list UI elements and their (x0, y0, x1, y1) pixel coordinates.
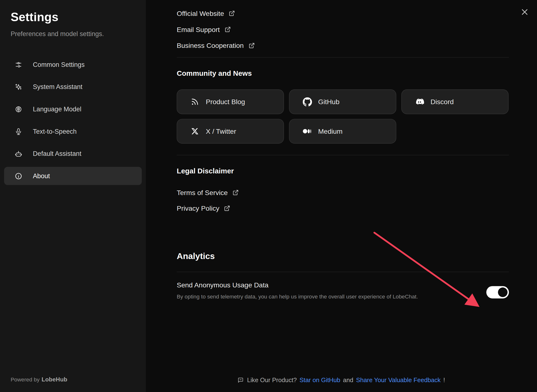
community-buttons: Product Blog GitHub Discord (177, 89, 509, 144)
privacy-policy-link[interactable]: Privacy Policy (177, 204, 230, 213)
button-label: Product Blog (206, 98, 245, 106)
page-title: Settings (11, 10, 135, 24)
terms-of-service-link[interactable]: Terms of Service (177, 188, 239, 197)
sidebar-item-label: About (33, 172, 50, 180)
legal-links: Terms of Service Privacy Policy (177, 188, 509, 213)
link-label: Privacy Policy (177, 204, 219, 212)
business-cooperation-link[interactable]: Business Cooperation (177, 41, 255, 50)
medium-icon (302, 126, 312, 136)
divider (177, 272, 509, 272)
external-link-icon (225, 26, 231, 33)
sidebar-item-about[interactable]: About (4, 167, 142, 185)
divider (177, 57, 509, 57)
settings-nav: Common Settings System Assistant Languag… (4, 56, 142, 185)
setting-description: By opting to send telemetry data, you ca… (177, 294, 509, 300)
github-icon (302, 97, 312, 107)
sidebar-item-label: Default Assistant (33, 150, 81, 157)
external-link-icon (249, 43, 255, 49)
external-link-icon (229, 10, 235, 17)
sidebar-item-text-to-speech[interactable]: Text-to-Speech (4, 122, 142, 141)
powered-by: Powered byLobeHub (11, 376, 67, 383)
sidebar: Settings Preferences and model settings.… (0, 0, 146, 392)
page-subtitle: Preferences and model settings. (11, 30, 135, 38)
bot-icon (15, 150, 22, 157)
button-label: X / Twitter (206, 127, 236, 135)
settings-modal: Settings Preferences and model settings.… (0, 0, 537, 392)
email-support-link[interactable]: Email Support (177, 25, 231, 34)
brand-logo[interactable]: LobeHub (42, 376, 67, 383)
link-label: Terms of Service (177, 189, 228, 196)
button-label: Discord (431, 98, 454, 106)
usage-data-setting: Send Anonymous Usage Data By opting to s… (177, 281, 509, 300)
about-panel: Contact Us Official Website Email Suppor… (146, 0, 537, 392)
x-twitter-button[interactable]: X / Twitter (177, 119, 284, 144)
sparkles-icon (15, 83, 22, 90)
divider (177, 155, 509, 155)
setting-title: Send Anonymous Usage Data (177, 281, 509, 289)
usage-data-toggle[interactable] (486, 286, 509, 298)
feedback-footer: Like Our Product? Star on GitHub and Sha… (146, 377, 537, 384)
rss-icon (190, 97, 200, 107)
link-label: Email Support (177, 25, 220, 33)
link-label: Official Website (177, 9, 224, 17)
button-label: Medium (318, 127, 343, 135)
info-icon (15, 172, 22, 180)
sidebar-item-default-assistant[interactable]: Default Assistant (4, 145, 142, 163)
feedback-suffix: ! (443, 377, 445, 384)
analytics-heading: Analytics (177, 251, 509, 261)
sidebar-item-system-assistant[interactable]: System Assistant (4, 78, 142, 96)
legal-heading: Legal Disclaimer (177, 167, 509, 175)
discord-icon (415, 97, 424, 107)
community-heading: Community and News (177, 69, 509, 77)
brain-icon (15, 105, 22, 113)
message-square-icon (238, 377, 244, 383)
sidebar-item-label: System Assistant (33, 83, 82, 90)
toggle-knob (498, 287, 508, 297)
official-website-link[interactable]: Official Website (177, 9, 235, 18)
close-icon[interactable] (519, 6, 530, 18)
feedback-prefix: Like Our Product? (247, 377, 297, 384)
x-icon (190, 126, 200, 136)
sidebar-item-language-model[interactable]: Language Model (4, 100, 142, 118)
contact-links: Official Website Email Support Business … (177, 9, 509, 50)
github-button[interactable]: GitHub (289, 89, 396, 114)
sidebar-item-label: Text-to-Speech (33, 128, 77, 135)
star-on-github-link[interactable]: Star on GitHub (300, 377, 340, 384)
mic-icon (15, 128, 22, 135)
feedback-middle: and (343, 377, 353, 384)
sidebar-item-common-settings[interactable]: Common Settings (4, 56, 142, 74)
powered-by-label: Powered by (11, 377, 39, 382)
medium-button[interactable]: Medium (289, 119, 396, 144)
discord-button[interactable]: Discord (401, 89, 509, 114)
external-link-icon (224, 205, 230, 211)
sliders-icon (15, 61, 22, 68)
link-label: Business Cooperation (177, 42, 244, 50)
sidebar-item-label: Common Settings (33, 61, 85, 68)
product-blog-button[interactable]: Product Blog (177, 89, 284, 114)
sidebar-item-label: Language Model (33, 105, 81, 113)
button-label: GitHub (318, 98, 340, 106)
share-feedback-link[interactable]: Share Your Valuable Feedback (356, 377, 441, 384)
external-link-icon (232, 190, 239, 196)
